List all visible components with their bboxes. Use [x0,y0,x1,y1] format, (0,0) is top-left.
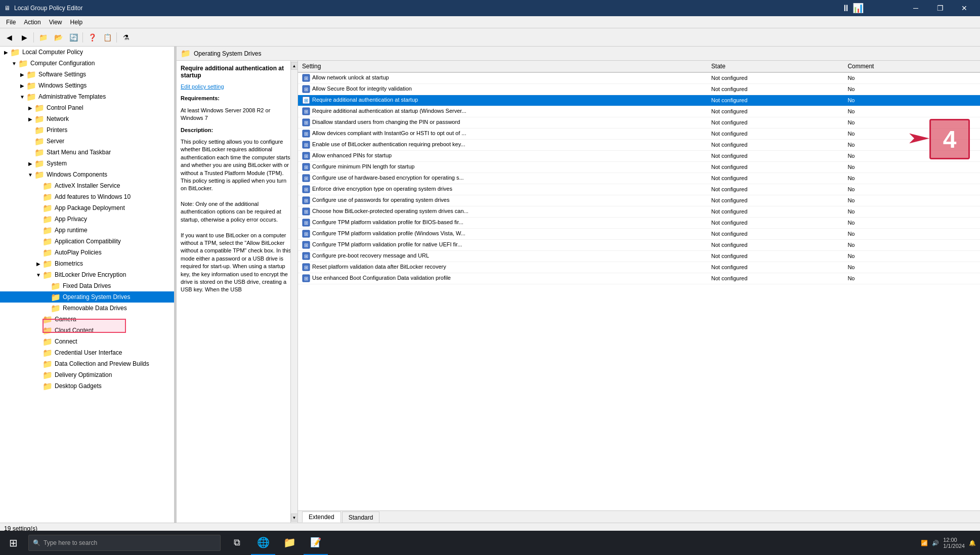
tree-item-camera[interactable]: 📁 Camera [0,314,174,325]
tree-item-local-computer-policy[interactable]: ▶ 📁 Local Computer Policy [0,47,174,58]
col-setting[interactable]: Setting [298,61,707,72]
tab-extended[interactable]: Extended [302,511,341,523]
tree-item-removable-drives[interactable]: 📁 Removable Data Drives [0,303,174,314]
table-row[interactable]: ⊞ Configure TPM platform validation prof… [298,217,980,228]
tree-label-printers: Printers [47,126,67,134]
table-row[interactable]: ⊞ Allow Secure Boot for integrity valida… [298,83,980,95]
tree-item-app-compat[interactable]: 📁 Application Compatibility [0,236,174,247]
tree-item-fixed-data[interactable]: 📁 Fixed Data Drives [0,280,174,291]
tree-item-app-package[interactable]: 📁 App Package Deployment [0,202,174,214]
tree-item-add-features[interactable]: 📁 Add features to Windows 10 [0,191,174,202]
table-row[interactable]: ⊞ Configure TPM platform validation prof… [298,228,980,239]
tree-item-biometrics[interactable]: ▶ 📁 Biometrics [0,258,174,269]
menu-view[interactable]: View [45,18,66,27]
task-view-icon[interactable]: ⧉ [225,531,249,555]
tree-item-connect[interactable]: 📁 Connect [0,336,174,347]
tree-label-control-panel: Control Panel [47,104,83,111]
explorer-icon[interactable]: 📁 [277,531,302,555]
tree-item-os-drives[interactable]: 📁 Operating System Drives [0,291,174,303]
refresh-button[interactable]: 🔄 [66,30,80,45]
tree-item-control-panel[interactable]: ▶ 📁 Control Panel [0,102,174,113]
tree-item-printers[interactable]: 📁 Printers [0,124,174,136]
table-row[interactable]: ⊞ Choose how BitLocker-protected operati… [298,206,980,217]
filter-button[interactable]: ⚗ [119,30,133,45]
tree-label-network: Network [47,115,69,122]
tree-expander-control-panel[interactable]: ▶ [26,105,34,111]
table-row[interactable]: ⊞ Configure use of hardware-based encryp… [298,173,980,184]
notification-icon[interactable]: 🔔 [969,540,976,546]
desc-scroll-up-button[interactable]: ▲ [291,62,298,70]
close-button[interactable]: ✕ [953,0,976,16]
table-row[interactable]: ⊞ Allow network unlock at startup Not co… [298,72,980,83]
menu-action[interactable]: Action [20,18,45,27]
tree-item-software-settings[interactable]: ▶ 📁 Software Settings [0,69,174,80]
minimize-button[interactable]: ─ [904,0,927,16]
start-button[interactable]: ⊞ [0,531,26,555]
tree-folder-icon-desktop-gadgets: 📁 [42,381,53,391]
delegate-button[interactable]: 📋 [100,30,114,45]
tree-item-delivery-opt[interactable]: 📁 Delivery Optimization [0,369,174,380]
tree-item-windows-settings[interactable]: ▶ 📁 Windows Settings [0,80,174,91]
tree-expander-computer-configuration[interactable]: ▼ [10,61,18,66]
table-row[interactable]: ⊞ Disallow standard users from changing … [298,117,980,128]
tree-expander-bitlocker[interactable]: ▼ [34,272,42,278]
tree-item-administrative-templates[interactable]: ▼ 📁 Administrative Templates [0,91,174,102]
tree-item-activex-installer[interactable]: 📁 ActiveX Installer Service [0,180,174,191]
tree-item-bitlocker[interactable]: ▼ 📁 BitLocker Drive Encryption [0,269,174,280]
taskbar-search[interactable]: 🔍 Type here to search [28,535,221,551]
tree-item-app-privacy[interactable]: 📁 App Privacy [0,214,174,225]
up-button[interactable]: 📂 [51,30,65,45]
tree-expander-biometrics[interactable]: ▶ [34,261,42,267]
table-row[interactable]: ⊞ Configure use of passwords for operati… [298,195,980,206]
help-button[interactable]: ❓ [85,30,99,45]
tree-item-server[interactable]: 📁 Server [0,136,174,147]
col-state[interactable]: State [707,61,844,72]
tree-item-desktop-gadgets[interactable]: 📁 Desktop Gadgets [0,380,174,392]
restore-button[interactable]: ❐ [928,0,952,16]
col-comment[interactable]: Comment [843,61,980,72]
tree-item-cloud-content[interactable]: 📁 Cloud Content [0,325,174,336]
tree-expander-system[interactable]: ▶ [26,161,34,166]
tree-expander-network[interactable]: ▶ [26,116,34,122]
table-row[interactable]: ⊞ Allow enhanced PINs for startup Not co… [298,150,980,161]
menu-file[interactable]: File [2,18,20,27]
table-row[interactable]: ⊞ Enable use of BitLocker authentication… [298,139,980,150]
tree-expander-local-computer-policy[interactable]: ▶ [2,50,10,55]
table-row[interactable]: ⊞ Configure TPM platform validation prof… [298,239,980,250]
forward-button[interactable]: ▶ [17,30,31,45]
table-row[interactable]: ⊞ Use enhanced Boot Configuration Data v… [298,273,980,284]
tree-folder-icon-delivery-opt: 📁 [42,370,53,380]
show-hide-button[interactable]: 📁 [36,30,50,45]
menu-help[interactable]: Help [66,18,87,27]
tree-expander-software-settings[interactable]: ▶ [18,72,26,77]
tree-item-credential-ui[interactable]: 📁 Credential User Interface [0,347,174,358]
tree-label-start-menu-taskbar: Start Menu and Taskbar [47,149,111,156]
tree-expander-windows-settings[interactable]: ▶ [18,83,26,89]
tree-label-server: Server [47,138,64,145]
table-row[interactable]: ⊞ Configure minimum PIN length for start… [298,161,980,173]
tree-item-windows-components[interactable]: ▼ 📁 Windows Components [0,169,174,180]
table-row[interactable]: ⊞ Require additional authentication at s… [298,95,980,106]
notepad-icon[interactable]: 📝 [304,531,328,555]
tree-item-network[interactable]: ▶ 📁 Network [0,113,174,124]
table-row[interactable]: ⊞ Allow devices compliant with InstantGo… [298,128,980,139]
tree-item-start-menu-taskbar[interactable]: 📁 Start Menu and Taskbar [0,147,174,158]
setting-name-15: ⊞ Configure TPM platform validation prof… [298,239,707,250]
edit-link[interactable]: Edit policy setting [181,83,224,90]
table-row[interactable]: ⊞ Configure pre-boot recovery message an… [298,250,980,262]
desc-scroll-down-button[interactable]: ▼ [291,514,298,522]
tree-item-autoplay[interactable]: 📁 AutoPlay Policies [0,247,174,258]
table-row[interactable]: ⊞ Reset platform validation data after B… [298,262,980,273]
tree-expander-administrative-templates[interactable]: ▼ [18,94,26,100]
tree-item-system[interactable]: ▶ 📁 System [0,158,174,169]
setting-state-9: Not configured [707,173,844,184]
tree-item-data-collection[interactable]: 📁 Data Collection and Preview Builds [0,358,174,369]
back-button[interactable]: ◀ [2,30,16,45]
edge-icon[interactable]: 🌐 [251,531,275,555]
table-row[interactable]: ⊞ Enforce drive encryption type on opera… [298,184,980,195]
table-row[interactable]: ⊞ Require additional authentication at s… [298,106,980,117]
tree-item-computer-configuration[interactable]: ▼ 📁 Computer Configuration [0,58,174,69]
tree-item-app-runtime[interactable]: 📁 App runtime [0,225,174,236]
tab-standard[interactable]: Standard [342,511,380,523]
tree-expander-windows-components[interactable]: ▼ [26,172,34,178]
